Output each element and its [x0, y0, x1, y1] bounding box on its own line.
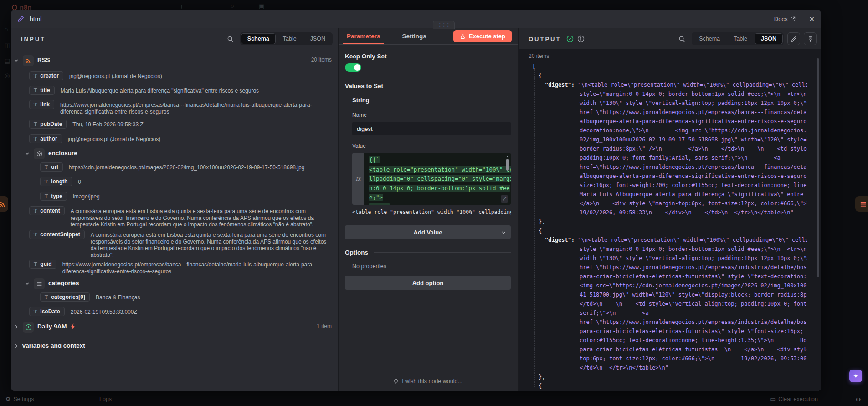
wish-node-link[interactable]: I wish this node would...	[345, 378, 511, 385]
field-pill-pubDate[interactable]: TpubDate	[29, 120, 67, 129]
sidebar-templates-icon[interactable]: ▤	[5, 57, 10, 64]
name-input[interactable]: digest	[352, 122, 511, 135]
add-value-button[interactable]: Add Value	[345, 225, 511, 239]
field-pill-guid[interactable]: Tguid	[29, 260, 56, 269]
tree-field-row: Tcreatorjng@negocios.pt (Jornal de Negóc…	[11, 73, 338, 80]
field-value: Thu, 19 Feb 2026 09:58:33 Z	[72, 121, 338, 128]
field-pill-url[interactable]: Turl	[40, 162, 63, 172]
output-node-stub[interactable]	[855, 196, 868, 212]
input-tab-table[interactable]: Table	[277, 33, 303, 44]
json-line: </td>\n \n <td style=\"vertical-align:to…	[532, 299, 807, 308]
string-type-icon: T	[34, 136, 37, 142]
docs-link[interactable]: Docs	[774, 16, 796, 22]
node-title[interactable]: html	[30, 16, 41, 23]
output-search-icon[interactable]	[678, 36, 685, 42]
field-pill-contentSnippet[interactable]: TcontentSnippet	[29, 230, 85, 239]
editor-scrollbar[interactable]: ▲	[506, 155, 509, 171]
json-line: albuquerque-alerta-para-diferenca-signif…	[532, 172, 807, 181]
input-node-stub-rss[interactable]	[0, 196, 8, 212]
tab-parameters[interactable]: Parameters	[345, 29, 382, 44]
field-name: guid	[40, 261, 51, 267]
panel-resize-grip[interactable]: ⋮⋮⋮	[433, 21, 455, 29]
info-icon[interactable]	[577, 35, 585, 42]
output-display-mode-tabs: SchemaTableJSON	[692, 32, 784, 45]
close-icon[interactable]: ✕	[809, 15, 815, 23]
external-link-icon	[790, 16, 796, 22]
value-label: Value	[352, 143, 511, 149]
pin-data-icon[interactable]	[804, 32, 817, 45]
options-label: Options	[345, 249, 368, 256]
tree-group-enclosure[interactable]: enclosure	[11, 150, 338, 159]
chevron-right-icon[interactable]	[14, 324, 19, 329]
execute-step-button[interactable]: Execute step	[453, 30, 512, 42]
item-count: 20 items	[311, 57, 338, 63]
tree-field-row: TcontentA comissária europeia está em Li…	[11, 208, 338, 228]
logs-toggle[interactable]: Logs	[99, 396, 112, 402]
field-pill-type[interactable]: Ttype	[40, 192, 67, 201]
chat-bubble-icon[interactable]: ◖◗	[855, 396, 862, 402]
json-line: padding:10px 0; font-family:Arial, sans-…	[532, 153, 807, 162]
expand-editor-icon[interactable]: ⤢	[501, 195, 508, 203]
field-pill-isoDate[interactable]: TisoDate	[29, 307, 65, 316]
parameters-form: Keep Only Set Values to Set String Name …	[345, 45, 511, 391]
tree-group-variables-and-context[interactable]: Variables and context	[11, 342, 338, 349]
json-line: [	[532, 62, 807, 71]
tree-group-categories[interactable]: categories	[11, 280, 338, 289]
input-search-icon[interactable]	[227, 36, 234, 42]
sidebar-users-icon[interactable]: ◫	[5, 42, 10, 49]
tree-field-row: Tauthorjng@negocios.pt (Jornal de Negóci…	[11, 136, 338, 143]
field-pill-author[interactable]: Tauthor	[29, 134, 62, 143]
field-pill-length[interactable]: Tlength	[40, 177, 72, 186]
output-tab-schema[interactable]: Schema	[693, 33, 726, 44]
tree-group-rss[interactable]: RSS20 items	[11, 57, 338, 66]
field-value: jng@negocios.pt (Jornal de Negócios)	[68, 136, 338, 143]
output-panel-header: OUTPUT SchemaTableJSON	[519, 28, 821, 49]
string-group-label: String	[352, 97, 370, 104]
field-pill-categories-0-[interactable]: Tcategories[0]	[40, 292, 90, 302]
ai-assistant-button[interactable]: ✦	[849, 370, 862, 382]
output-scrollbar[interactable]	[817, 58, 819, 277]
canvas-panel-icon[interactable]: ▣	[259, 3, 264, 10]
chevron-down-icon[interactable]	[25, 151, 30, 156]
group-label: categories	[48, 280, 79, 286]
keep-only-set-toggle[interactable]	[345, 63, 361, 72]
tree-group-daily-9am[interactable]: Daily 9AM1 item	[11, 323, 338, 333]
node-titlebar: html Docs ✕	[11, 10, 821, 28]
edit-output-pencil-icon[interactable]	[787, 32, 800, 45]
tab-settings[interactable]: Settings	[401, 29, 428, 44]
json-line: "digest": "\n<table role=\"presentation\…	[532, 80, 807, 89]
field-name: url	[51, 164, 58, 170]
sidebar-home-icon[interactable]: ⌂	[5, 26, 8, 32]
json-output-content[interactable]: [{"digest": "\n<table role=\"presentatio…	[532, 62, 807, 391]
clock-icon	[23, 322, 34, 333]
field-pill-title[interactable]: Ttitle	[29, 86, 55, 95]
json-line: para criar bicicletas elétricas futurist…	[532, 345, 807, 354]
field-pill-content[interactable]: Tcontent	[29, 206, 65, 215]
list-icon	[34, 278, 45, 289]
value-expression-editor[interactable]: fx {{`<table role="presentation" width="…	[352, 153, 511, 205]
expression-code[interactable]: {{`<table role="presentation" width="100…	[364, 153, 511, 205]
field-value: https://www.jornaldenegocios.pt/empresas…	[62, 261, 338, 275]
field-pill-link[interactable]: Tlink	[29, 100, 54, 109]
input-tab-schema[interactable]: Schema	[241, 33, 276, 44]
chevron-down-icon[interactable]	[25, 281, 30, 286]
output-tab-json[interactable]: JSON	[755, 33, 783, 44]
json-line: style=\"margin:0 0 14px 0; border-bottom…	[532, 89, 807, 99]
clear-execution-button[interactable]: ▭Clear execution	[770, 396, 818, 402]
chevron-right-icon[interactable]	[14, 344, 19, 349]
output-tab-table[interactable]: Table	[727, 33, 754, 44]
rename-pencil-icon[interactable]	[17, 16, 24, 22]
json-line: </td>\n </tr>\n</table>\n"	[532, 363, 807, 372]
chevron-down-icon[interactable]	[14, 58, 19, 63]
expression-gutter: fx	[352, 153, 364, 205]
add-option-button[interactable]: Add option	[345, 276, 511, 290]
input-tab-json[interactable]: JSON	[304, 33, 332, 44]
settings-menu[interactable]: ⚙Settings	[5, 396, 34, 402]
success-check-icon	[566, 35, 574, 42]
json-line: color:#1155cc; text-decoration:none; lin…	[532, 336, 807, 345]
sidebar-variables-icon[interactable]: ◎	[5, 72, 10, 79]
group-label: Daily 9AM	[37, 323, 67, 330]
json-line: href=\"https://www.jornaldenegocios.pt/e…	[532, 318, 807, 327]
field-pill-creator[interactable]: Tcreator	[29, 71, 63, 80]
canvas-search-icon[interactable]: ○	[231, 3, 234, 10]
